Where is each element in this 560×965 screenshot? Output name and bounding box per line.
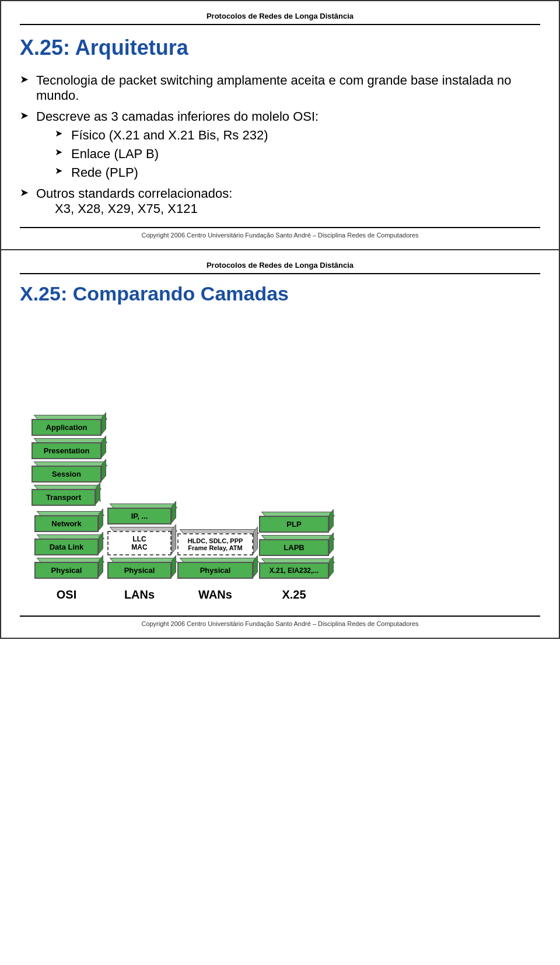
lans-column: IP, ... LLC MAC Physical LANs (107, 506, 172, 602)
slide2-title: X.25: Comparando Camadas (20, 282, 540, 305)
col-title-lans: LANs (124, 588, 155, 602)
lans-datalink-side (172, 524, 176, 554)
wans-datalink-face: HLDC, SDLC, PPP Frame Relay, ATM (177, 533, 253, 555)
x25-column: PLP LAPB X.21, EIA232,... X.25 (259, 514, 329, 602)
osi-upper-layers: Application Presentation Session (32, 417, 102, 508)
wans-hldc-label: HLDC, SDLC, PPP (188, 537, 243, 544)
slide1-bullets: Tecnologia de packet switching amplament… (20, 73, 540, 216)
lans-physical-face: Physical (107, 562, 172, 579)
bullet-1-text: Tecnologia de packet switching amplament… (36, 73, 512, 103)
col-title-osi: OSI (57, 588, 76, 602)
lans-layer-datalink: LLC MAC (107, 531, 172, 555)
x25-plp-face: PLP (259, 516, 329, 533)
x25-lapb-face: LAPB (259, 539, 329, 556)
layer-session: Session (32, 466, 102, 482)
lans-network-face: IP, ... (107, 508, 172, 525)
x25-layer-physical: X.21, EIA232,... (259, 562, 329, 579)
bullet-3: Outros standards correlacionados: X3, X2… (20, 186, 540, 216)
wans-datalink-side (253, 526, 258, 554)
bullet-3-sub: X3, X28, X29, X75, X121 (36, 201, 198, 216)
wans-physical-face: Physical (177, 562, 253, 579)
layer-datalink-face: Data Link (34, 539, 99, 555)
x25-layer-lapb: LAPB (259, 539, 329, 556)
slide2-header: Protocolos de Redes de Longa Distância (20, 261, 540, 274)
bullet-2-sublist: Físico (X.21 and X.21 Bis, Rs 232) Enlac… (36, 128, 540, 180)
bullet-3-text: Outros standards correlacionados: (36, 186, 232, 201)
bullet-2-text: Descreve as 3 camadas inferiores do mole… (36, 109, 318, 124)
wans-network-spacer (177, 506, 253, 529)
diagram-area: Application Presentation Session (20, 316, 540, 607)
lans-mac-label: MAC (131, 543, 147, 551)
slide2-footer: Copyright 2006 Centro Universitário Fund… (20, 616, 540, 627)
layer-transport-face: Transport (32, 489, 96, 506)
sub-bullet-2-0: Físico (X.21 and X.21 Bis, Rs 232) (55, 128, 540, 143)
transport-row: Transport , (32, 487, 102, 508)
col-title-wans: WANs (198, 588, 232, 602)
osi-lower-layers: Network Data Link Physical (34, 513, 99, 581)
lans-llc-label: LLC (132, 535, 146, 543)
layer-application: Application (32, 419, 102, 436)
lans-datalink-face: LLC MAC (107, 531, 172, 555)
layer-physical-osi: Physical (34, 562, 99, 579)
x25-lower-layers: PLP LAPB X.21, EIA232,... (259, 514, 329, 581)
bullet-2: Descreve as 3 camadas inferiores do mole… (20, 109, 540, 180)
x25-layer-plp: PLP (259, 516, 329, 533)
slide-1: Protocolos de Redes de Longa Distância X… (0, 0, 560, 250)
layer-network-face: Network (34, 515, 99, 532)
layer-transport: Transport (32, 489, 96, 506)
bullet-1: Tecnologia de packet switching amplament… (20, 73, 540, 103)
slide-2: Protocolos de Redes de Longa Distância X… (0, 250, 560, 639)
lans-layer-network: IP, ... (107, 508, 172, 525)
slide1-header: Protocolos de Redes de Longa Distância (20, 12, 540, 25)
osi-column: Application Presentation Session (32, 417, 102, 602)
wans-lower-layers: HLDC, SDLC, PPP Frame Relay, ATM Physica… (177, 506, 253, 581)
slide1-title: X.25: Arquitetura (20, 36, 540, 60)
layer-network: Network (34, 515, 99, 532)
lans-layer-physical: Physical (107, 562, 172, 579)
layer-session-face: Session (32, 466, 102, 482)
slide1-footer: Copyright 2006 Centro Universitário Fund… (20, 227, 540, 239)
x25-physical-face: X.21, EIA232,... (259, 562, 329, 579)
wans-layer-physical: Physical (177, 562, 253, 579)
lans-lower-layers: IP, ... LLC MAC Physical (107, 506, 172, 581)
sub-bullet-2-2: Rede (PLP) (55, 165, 540, 180)
layer-presentation: Presentation (32, 442, 102, 459)
layer-application-face: Application (32, 419, 102, 436)
layer-presentation-face: Presentation (32, 442, 102, 459)
sub-bullet-2-1: Enlace (LAP B) (55, 146, 540, 162)
wans-framerelay-label: Frame Relay, ATM (188, 544, 242, 551)
layer-datalink: Data Link (34, 539, 99, 555)
layer-physical-osi-face: Physical (34, 562, 99, 579)
wans-column: HLDC, SDLC, PPP Frame Relay, ATM Physica… (177, 506, 253, 602)
wans-layer-datalink: HLDC, SDLC, PPP Frame Relay, ATM (177, 533, 253, 555)
col-title-x25: X.25 (282, 588, 306, 602)
